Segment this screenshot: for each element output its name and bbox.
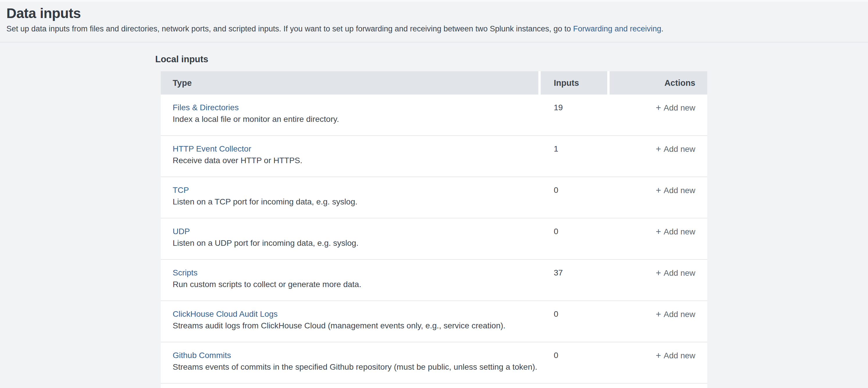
inputs-cell: 37 [541, 260, 610, 300]
actions-cell: +Add new [610, 260, 707, 300]
column-header-inputs: Inputs [541, 71, 607, 94]
inputs-count: 19 [554, 103, 563, 112]
type-cell: ClickHouse Cloud Audit Logs Streams audi… [161, 301, 541, 342]
plus-icon: + [656, 185, 661, 196]
input-type-description: Listen on a UDP port for incoming data, … [173, 238, 541, 249]
add-new-button[interactable]: +Add new [656, 145, 695, 154]
plus-icon: + [656, 103, 661, 113]
subtitle-period: . [661, 24, 664, 33]
actions-cell: +Add new [610, 218, 707, 259]
type-cell: UDP Listen on a UDP port for incoming da… [161, 218, 541, 259]
input-type-link[interactable]: HTTP Event Collector [173, 143, 251, 154]
input-type-description: Streams events of commits in the specifi… [173, 361, 541, 372]
table-row: UDP Listen on a UDP port for incoming da… [161, 218, 707, 260]
inputs-count: 0 [554, 309, 558, 319]
subtitle-text: Set up data inputs from files and direct… [6, 24, 573, 33]
type-cell: Scripts Run custom scripts to collect or… [161, 260, 541, 300]
add-new-label: Add new [664, 227, 695, 236]
add-new-label: Add new [664, 186, 695, 195]
inputs-count: 0 [554, 351, 558, 360]
actions-cell: +Add new [610, 177, 707, 218]
type-cell: HTTP Event Collector Receive data over H… [161, 136, 541, 177]
input-type-description: Receive data over HTTP or HTTPS. [173, 155, 541, 166]
input-type-link[interactable]: ClickHouse Cloud Audit Logs [173, 308, 278, 320]
type-cell: Github Commits Streams events of commits… [161, 342, 541, 383]
inputs-count: 0 [554, 227, 558, 236]
input-type-description: Streams audit logs from ClickHouse Cloud… [173, 320, 541, 331]
input-type-description: Listen on a TCP port for incoming data, … [173, 196, 541, 207]
inputs-cell: 19 [541, 94, 610, 135]
add-new-button[interactable]: +Add new [656, 227, 695, 236]
add-new-button[interactable]: +Add new [656, 186, 695, 195]
inputs-cell: 0 [541, 342, 610, 383]
add-new-label: Add new [664, 310, 695, 319]
input-type-description: Run custom scripts to collect or generat… [173, 279, 541, 290]
actions-cell: +Add new [610, 301, 707, 342]
actions-cell: +Add new [610, 94, 707, 135]
table-header-row: Type Inputs Actions [161, 71, 707, 94]
inputs-cell: 0 [541, 218, 610, 259]
inputs-count: 0 [554, 185, 558, 195]
table-row: Files & Directories Index a local file o… [161, 94, 707, 136]
input-type-link[interactable]: UDP [173, 226, 190, 237]
table-row: Github Commits Streams events of commits… [161, 342, 707, 384]
content-area: Local inputs Type Inputs Actions Files &… [0, 42, 868, 388]
section-heading-local-inputs: Local inputs [155, 54, 868, 65]
plus-icon: + [656, 144, 661, 154]
plus-icon: + [656, 351, 661, 361]
type-cell: TCP Listen on a TCP port for incoming da… [161, 177, 541, 218]
table-row: HTTP Event Collector Receive data over H… [161, 136, 707, 177]
inputs-cell: 0 [541, 177, 610, 218]
input-type-link[interactable]: Github Commits [173, 350, 231, 361]
page-subtitle: Set up data inputs from files and direct… [6, 24, 856, 34]
data-inputs-page: Data inputs Set up data inputs from file… [0, 0, 868, 388]
page-title: Data inputs [6, 5, 856, 22]
type-cell: Files & Directories Index a local file o… [161, 94, 541, 135]
inputs-cell: 1 [541, 136, 610, 177]
table-row: TCP Listen on a TCP port for incoming da… [161, 177, 707, 218]
add-new-label: Add new [664, 103, 695, 112]
add-new-label: Add new [664, 268, 695, 277]
actions-cell: +Add new [610, 342, 707, 383]
inputs-cell: 0 [541, 301, 610, 342]
column-header-actions: Actions [610, 71, 707, 94]
add-new-label: Add new [664, 351, 695, 360]
input-type-link[interactable]: Files & Directories [173, 102, 239, 113]
input-type-description: Index a local file or monitor an entire … [173, 114, 541, 125]
plus-icon: + [656, 309, 661, 319]
add-new-button[interactable]: +Add new [656, 351, 695, 360]
input-type-link[interactable]: Scripts [173, 267, 198, 278]
inputs-count: 1 [554, 144, 558, 153]
actions-cell: +Add new [610, 136, 707, 177]
add-new-button[interactable]: +Add new [656, 268, 695, 277]
page-header: Data inputs Set up data inputs from file… [0, 0, 868, 42]
table-row: Scripts Run custom scripts to collect or… [161, 260, 707, 301]
table-body: Files & Directories Index a local file o… [161, 94, 707, 384]
forwarding-and-receiving-link[interactable]: Forwarding and receiving [573, 24, 661, 33]
add-new-label: Add new [664, 145, 695, 154]
table-row: ClickHouse Cloud Audit Logs Streams audi… [161, 301, 707, 342]
plus-icon: + [656, 268, 661, 278]
add-new-button[interactable]: +Add new [656, 310, 695, 319]
inputs-count: 37 [554, 268, 563, 277]
next-row-partial [161, 384, 707, 388]
column-header-type: Type [161, 71, 538, 94]
local-inputs-table: Type Inputs Actions Files & Directories … [161, 71, 707, 388]
input-type-link[interactable]: TCP [173, 185, 189, 196]
plus-icon: + [656, 227, 661, 237]
add-new-button[interactable]: +Add new [656, 103, 695, 112]
